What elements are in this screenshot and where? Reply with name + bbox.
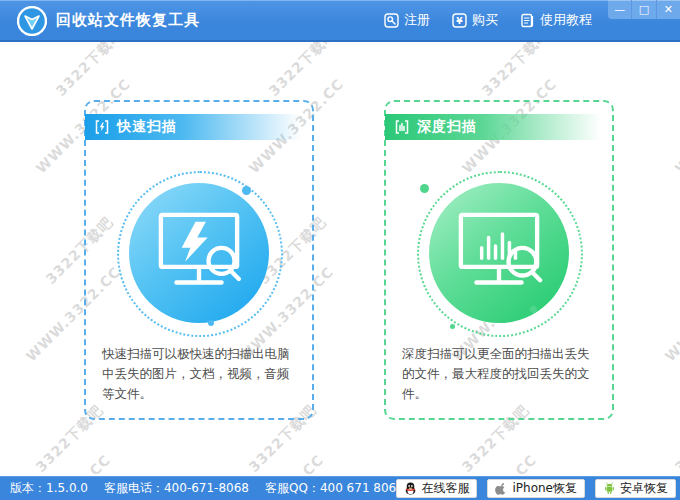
- monitor-bars-magnifier-icon: [447, 207, 551, 299]
- maximize-button[interactable]: □: [631, 0, 655, 19]
- iphone-recovery-button[interactable]: iPhone恢复: [487, 479, 585, 498]
- accent-dot: [450, 324, 455, 329]
- minimize-button[interactable]: —: [608, 0, 631, 19]
- svg-text:¥: ¥: [456, 16, 463, 26]
- quick-scan-bolt-icon: [94, 119, 110, 135]
- quick-scan-ribbon: 快速扫描: [85, 114, 301, 140]
- deep-scan-bars-icon: [394, 119, 410, 135]
- accent-dot: [208, 320, 214, 326]
- iphone-recovery-label: iPhone恢复: [512, 480, 577, 497]
- android-recovery-label: 安卓恢复: [620, 480, 668, 497]
- quick-scan-title: 快速扫描: [117, 118, 177, 136]
- quick-scan-circle[interactable]: [129, 183, 269, 323]
- online-service-label: 在线客服: [421, 480, 469, 497]
- app-logo-icon: [17, 6, 47, 36]
- service-phone-label: 客服电话：400-671-8068: [104, 480, 249, 497]
- window-controls: — □ ✕: [608, 0, 680, 19]
- android-recovery-button[interactable]: 安卓恢复: [595, 479, 676, 498]
- monitor-lightning-magnifier-icon: [147, 207, 251, 299]
- qq-penguin-icon: [404, 482, 417, 495]
- apple-icon: [495, 482, 508, 495]
- quick-scan-card[interactable]: 快速扫描 快速扫描可以极快速的扫描出电脑中丢失的图片，文档，视频，音频等文件。: [84, 100, 314, 420]
- footer-buttons: 在线客服 iPhone恢复 安卓恢复: [396, 479, 676, 498]
- deep-scan-card[interactable]: 深度扫描 深度扫描可以更全面的扫描出丢失的文件，最大程度的找回丢失的文件。: [384, 100, 614, 420]
- deep-scan-circle[interactable]: [429, 183, 569, 323]
- title-bar: 回收站文件恢复工具 注册 ¥ 购买: [0, 0, 680, 42]
- app-title: 回收站文件恢复工具: [56, 0, 200, 40]
- android-icon: [603, 482, 616, 495]
- buy-label: 购买: [472, 11, 498, 29]
- accent-dot: [530, 306, 537, 313]
- online-service-button[interactable]: 在线客服: [396, 479, 477, 498]
- buy-button[interactable]: ¥ 购买: [452, 11, 498, 29]
- close-button[interactable]: ✕: [656, 0, 680, 19]
- quick-scan-description: 快速扫描可以极快速的扫描出电脑中丢失的图片，文档，视频，音频等文件。: [102, 344, 300, 404]
- deep-scan-description: 深度扫描可以更全面的扫描出丢失的文件，最大程度的找回丢失的文件。: [402, 344, 600, 404]
- deep-scan-title: 深度扫描: [417, 118, 477, 136]
- document-icon: [520, 13, 535, 28]
- accent-dot: [420, 184, 429, 193]
- accent-dot: [242, 186, 251, 195]
- tutorial-button[interactable]: 使用教程: [520, 11, 592, 29]
- key-icon: [384, 13, 399, 28]
- version-label: 版本：1.5.0.0: [10, 480, 88, 497]
- app-window: 3322下载吧WWW.3322.CC3322下载吧WWW.3322.CC3322…: [0, 0, 680, 500]
- register-button[interactable]: 注册: [384, 11, 430, 29]
- titlebar-nav: 注册 ¥ 购买 使用教程: [384, 0, 592, 40]
- footer-info: 版本：1.5.0.0 客服电话：400-671-8068 客服QQ：400 67…: [10, 477, 404, 500]
- register-label: 注册: [404, 11, 430, 29]
- status-bar: 版本：1.5.0.0 客服电话：400-671-8068 客服QQ：400 67…: [0, 476, 680, 500]
- yuan-icon: ¥: [452, 13, 467, 28]
- deep-scan-ribbon: 深度扫描: [385, 114, 601, 140]
- tutorial-label: 使用教程: [540, 11, 592, 29]
- service-qq-label: 客服QQ：400 671 8068: [265, 480, 404, 497]
